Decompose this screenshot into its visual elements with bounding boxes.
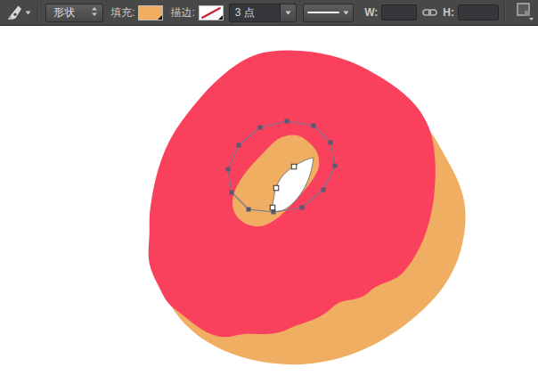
path-anchor-point[interactable] <box>237 143 241 148</box>
options-bar: 形状 填充: 描边: 3 点 W: <box>0 0 538 26</box>
document-canvas[interactable] <box>0 26 538 392</box>
spinner-arrows-icon <box>91 6 98 20</box>
chevron-down-icon <box>285 11 291 15</box>
tool-mode-value: 形状 <box>53 5 91 20</box>
height-label: H: <box>443 6 454 19</box>
path-operations-icon <box>515 2 534 21</box>
path-anchor-point[interactable] <box>291 164 297 169</box>
link-dimensions-button[interactable] <box>422 7 437 18</box>
path-anchor-point[interactable] <box>226 167 231 172</box>
width-label: W: <box>364 6 378 19</box>
chevron-down-icon <box>343 11 349 15</box>
path-anchor-point[interactable] <box>247 208 251 212</box>
path-anchor-point[interactable] <box>300 206 305 210</box>
path-anchor-point[interactable] <box>329 141 333 145</box>
pen-tool-icon <box>5 4 23 21</box>
stroke-label: 描边: <box>170 5 194 20</box>
path-anchor-point[interactable] <box>273 185 279 191</box>
fill-label: 填充: <box>110 5 134 20</box>
path-operations-button[interactable] <box>515 2 534 24</box>
path-anchor-point[interactable] <box>285 119 289 124</box>
stroke-swatch no-color-swatch[interactable] <box>199 5 224 20</box>
solid-stroke-preview-icon <box>307 12 339 13</box>
pen-tool-caret-icon <box>25 11 31 15</box>
stroke-width-dropdown-button[interactable] <box>281 4 297 22</box>
swatch-caret-icon <box>218 15 223 20</box>
height-input[interactable] <box>458 4 499 20</box>
path-anchor-point[interactable] <box>258 126 263 130</box>
toolbar-divider <box>37 3 39 22</box>
path-anchor-point[interactable] <box>270 205 275 210</box>
path-anchor-point[interactable] <box>333 164 338 168</box>
pen-tool-button[interactable] <box>0 0 35 25</box>
artwork <box>0 26 538 392</box>
path-anchor-point[interactable] <box>312 124 316 128</box>
width-input[interactable] <box>381 4 417 20</box>
stroke-width-value: 3 点 <box>235 5 255 20</box>
chain-link-icon <box>422 7 437 18</box>
stroke-width-field[interactable]: 3 点 <box>229 4 281 22</box>
swatch-caret-icon <box>158 15 162 20</box>
path-anchor-point[interactable] <box>230 191 234 195</box>
stroke-style-dropdown[interactable] <box>303 4 354 22</box>
toolbar-divider <box>504 3 506 22</box>
path-anchor-point[interactable] <box>322 188 326 192</box>
fill-swatch[interactable] <box>138 5 163 20</box>
tool-mode-dropdown[interactable]: 形状 <box>45 4 103 22</box>
